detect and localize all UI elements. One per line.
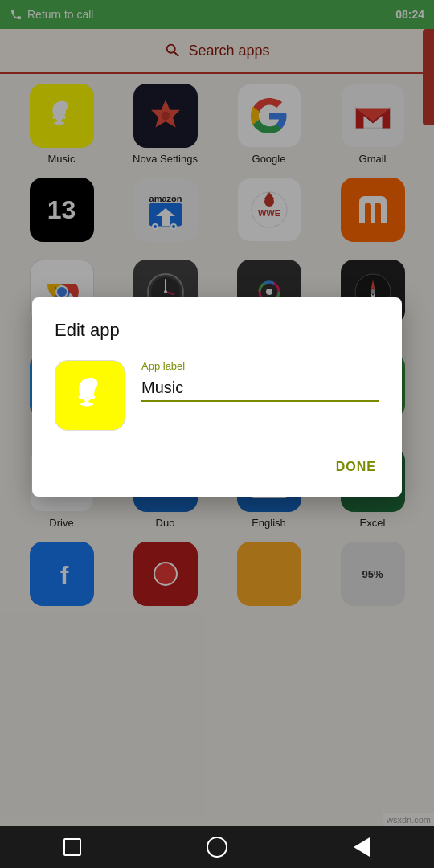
modal-app-icon <box>55 360 125 431</box>
modal-snapchat-logo <box>66 371 114 420</box>
back-icon <box>354 837 370 857</box>
home-icon <box>207 837 227 858</box>
modal-content: App label <box>55 360 379 431</box>
modal-title: Edit app <box>55 320 379 341</box>
home-button[interactable] <box>203 833 231 862</box>
done-button[interactable]: DONE <box>333 453 379 481</box>
navigation-bar <box>0 826 434 868</box>
edit-app-modal: Edit app App label DONE <box>32 297 402 497</box>
app-label-field-label: App label <box>141 360 379 372</box>
back-button[interactable] <box>347 833 376 862</box>
recent-apps-icon <box>63 838 81 856</box>
modal-actions: DONE <box>55 453 379 481</box>
recent-apps-button[interactable] <box>58 833 87 862</box>
app-label-input[interactable] <box>141 375 379 402</box>
modal-form: App label <box>141 360 379 402</box>
modal-overlay: Edit app App label DONE <box>0 0 434 868</box>
